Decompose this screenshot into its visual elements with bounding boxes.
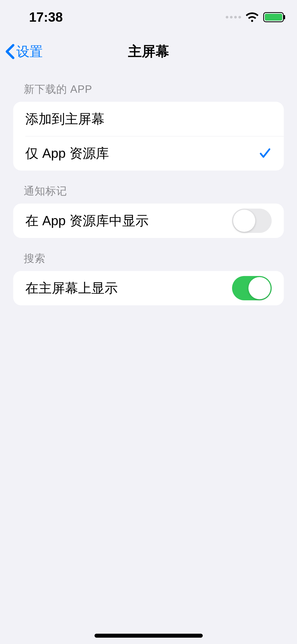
option-label: 仅 App 资源库 — [25, 145, 109, 162]
back-label: 设置 — [16, 43, 43, 61]
cellular-signal-icon — [226, 16, 241, 19]
page-title: 主屏幕 — [128, 42, 169, 61]
back-button[interactable]: 设置 — [5, 43, 43, 61]
row-label: 在主屏幕上显示 — [25, 279, 118, 297]
option-add-to-home[interactable]: 添加到主屏幕 — [13, 102, 284, 136]
option-app-library-only[interactable]: 仅 App 资源库 — [25, 136, 284, 171]
status-icons — [226, 12, 284, 22]
battery-icon — [263, 12, 284, 22]
section-header-new-apps: 新下载的 APP — [13, 69, 284, 102]
status-bar: 17:38 — [0, 0, 297, 34]
section-header-search: 搜索 — [13, 238, 284, 271]
wifi-icon — [246, 12, 258, 22]
group-search: 在主屏幕上显示 — [13, 271, 284, 305]
group-new-apps: 添加到主屏幕 仅 App 资源库 — [13, 102, 284, 171]
navigation-bar: 设置 主屏幕 — [0, 34, 297, 69]
checkmark-icon — [258, 147, 272, 160]
group-badges: 在 App 资源库中显示 — [13, 204, 284, 238]
option-label: 添加到主屏幕 — [25, 110, 105, 128]
content-area: 新下载的 APP 添加到主屏幕 仅 App 资源库 通知标记 在 App 资源库… — [0, 69, 297, 305]
row-show-in-library: 在 App 资源库中显示 — [13, 204, 284, 238]
section-header-badges: 通知标记 — [13, 171, 284, 204]
status-time: 17:38 — [29, 10, 63, 25]
row-show-on-home: 在主屏幕上显示 — [13, 271, 284, 305]
toggle-show-on-home[interactable] — [232, 276, 272, 300]
toggle-show-in-library[interactable] — [232, 209, 272, 233]
row-label: 在 App 资源库中显示 — [25, 212, 149, 230]
home-indicator[interactable] — [95, 634, 203, 638]
chevron-left-icon — [5, 44, 15, 59]
